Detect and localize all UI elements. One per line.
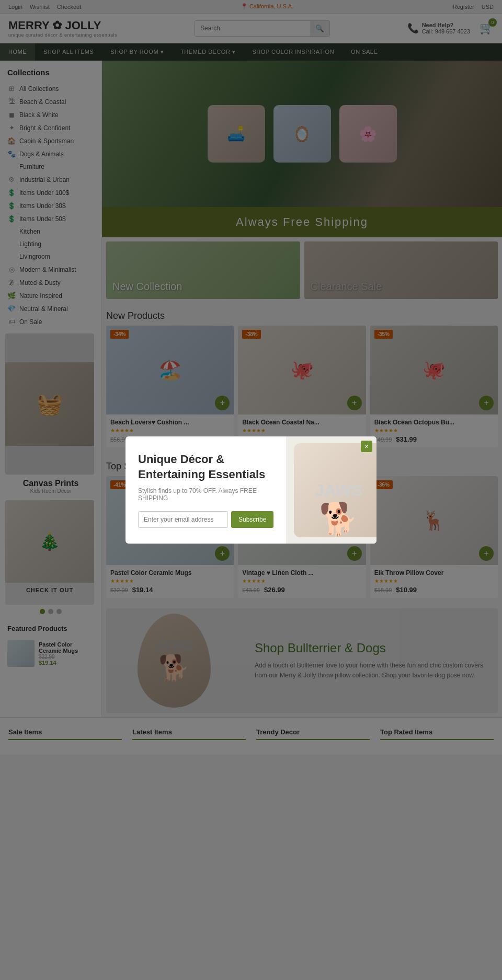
modal-form: Subscribe [138,511,273,528]
modal-title: Unique Décor & Entertaining Essentials [138,452,273,482]
modal-pillow-image: JAWS 🐕 [294,443,376,537]
modal-right: JAWS 🐕 [286,436,376,544]
modal-close-button[interactable]: × [361,441,372,452]
modal-pillow-text: JAWS [315,482,362,499]
modal-left: Unique Décor & Entertaining Essentials S… [126,436,286,544]
modal: × Unique Décor & Entertaining Essentials… [126,436,376,544]
modal-overlay: × Unique Décor & Entertaining Essentials… [0,0,502,755]
modal-subscribe-button[interactable]: Subscribe [231,511,273,528]
modal-dog-emoji: 🐕 [319,500,358,537]
modal-subtitle: Stylish finds up to 70% OFF. Always FREE… [138,487,273,502]
modal-email-input[interactable] [138,511,228,528]
